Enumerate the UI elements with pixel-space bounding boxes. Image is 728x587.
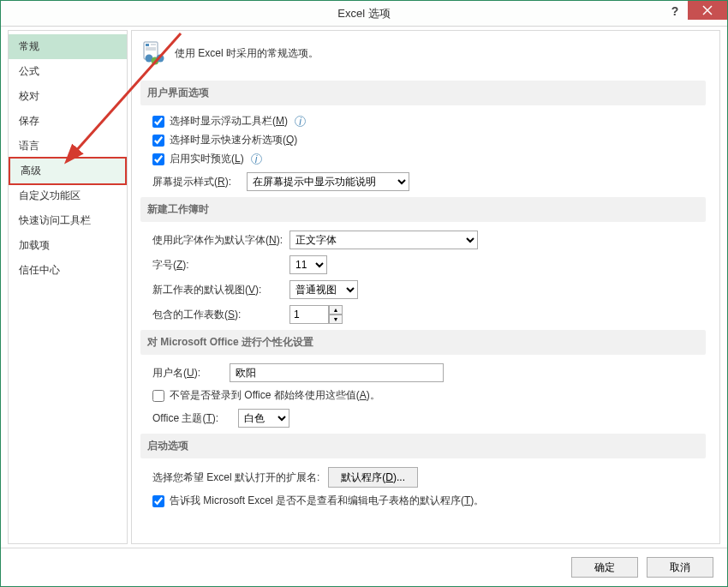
sidebar-item-proofing[interactable]: 校对 bbox=[9, 84, 127, 109]
chk-quick-label: 选择时显示快速分析选项(Q) bbox=[170, 133, 297, 147]
sidebar-item-customize-ribbon[interactable]: 自定义功能区 bbox=[9, 183, 127, 208]
intro: 使用 Excel 时采用的常规选项。 bbox=[140, 38, 706, 75]
cancel-button[interactable]: 取消 bbox=[647, 557, 713, 578]
row-username: 用户名(U): bbox=[152, 363, 706, 382]
row-default-ext: 选择您希望 Excel 默认打开的扩展名: 默认程序(D)... bbox=[152, 467, 706, 488]
window-title: Excel 选项 bbox=[1, 6, 727, 21]
info-icon[interactable]: i bbox=[251, 153, 262, 165]
row-defaultview: 新工作表的默认视图(V): 普通视图 bbox=[152, 280, 706, 299]
chk-always-use[interactable] bbox=[152, 390, 164, 402]
sidebar-item-save[interactable]: 保存 bbox=[9, 109, 127, 134]
theme-select[interactable]: 白色 bbox=[238, 409, 289, 428]
default-programs-button[interactable]: 默认程序(D)... bbox=[328, 467, 418, 488]
sidebar-item-general[interactable]: 常规 bbox=[9, 34, 127, 59]
chk-minitoolbar-label: 选择时显示浮动工具栏(M) bbox=[170, 114, 288, 129]
screentip-select[interactable]: 在屏幕提示中显示功能说明 bbox=[247, 172, 409, 191]
chk-always-use-label: 不管是否登录到 Office 都始终使用这些值(A)。 bbox=[170, 388, 380, 403]
chk-live-preview-label: 启用实时预览(L) bbox=[170, 152, 244, 166]
sidebar-item-language[interactable]: 语言 bbox=[9, 134, 127, 159]
window: Excel 选项 ? 常规 公式 校对 保存 语言 高级 自定义功能区 快速访问… bbox=[0, 0, 728, 587]
section-ui-head: 用户界面选项 bbox=[140, 81, 706, 105]
sidebar-item-advanced[interactable]: 高级 bbox=[9, 157, 127, 185]
footer: 确定 取消 bbox=[1, 548, 727, 586]
row-livepreview: 启用实时预览(L) i bbox=[152, 152, 706, 166]
default-ext-label: 选择您希望 Excel 默认打开的扩展名: bbox=[152, 470, 319, 485]
row-sheets: 包含的工作表数(S): ▲ ▼ bbox=[152, 305, 706, 324]
chk-tell-default[interactable] bbox=[152, 495, 164, 507]
font-label: 使用此字体作为默认字体(N): bbox=[152, 233, 289, 248]
defaultview-label: 新工作表的默认视图(V): bbox=[152, 283, 289, 297]
chk-tell-default-label: 告诉我 Microsoft Excel 是否不是查看和编辑电子表格的默认程序(T… bbox=[170, 494, 484, 508]
main-panel: 使用 Excel 时采用的常规选项。 用户界面选项 选择时显示浮动工具栏(M) … bbox=[131, 30, 720, 544]
section-personal-head: 对 Microsoft Office 进行个性化设置 bbox=[140, 330, 706, 355]
section-startup-head: 启动选项 bbox=[140, 434, 706, 458]
titlebar: Excel 选项 ? bbox=[1, 1, 727, 27]
sheets-spinner: ▲ ▼ bbox=[289, 305, 343, 324]
row-minitoolbar: 选择时显示浮动工具栏(M) i bbox=[152, 114, 706, 129]
row-quick: 选择时显示快速分析选项(Q) bbox=[152, 133, 706, 147]
svg-rect-3 bbox=[146, 44, 149, 46]
font-select[interactable]: 正文字体 bbox=[289, 231, 478, 249]
sidebar-item-quick-access[interactable]: 快速访问工具栏 bbox=[9, 208, 127, 233]
username-label: 用户名(U): bbox=[152, 366, 230, 380]
ok-button[interactable]: 确定 bbox=[571, 557, 638, 578]
fontsize-select[interactable]: 11 bbox=[289, 255, 327, 274]
sheets-input[interactable] bbox=[289, 305, 329, 324]
sidebar-item-trust-center[interactable]: 信任中心 bbox=[9, 258, 127, 283]
titlebar-buttons: ? bbox=[662, 1, 727, 21]
sidebar-item-formulas[interactable]: 公式 bbox=[9, 59, 127, 84]
info-icon[interactable]: i bbox=[295, 116, 306, 127]
help-button[interactable]: ? bbox=[662, 1, 688, 21]
row-font: 使用此字体作为默认字体(N): 正文字体 bbox=[152, 231, 706, 249]
intro-text: 使用 Excel 时采用的常规选项。 bbox=[175, 46, 319, 61]
row-screentip: 屏幕提示样式(R): 在屏幕提示中显示功能说明 bbox=[152, 172, 706, 191]
options-icon bbox=[142, 41, 166, 65]
section-newwb-head: 新建工作簿时 bbox=[140, 197, 706, 222]
row-fontsize: 字号(Z): 11 bbox=[152, 255, 706, 274]
chk-live-preview[interactable] bbox=[152, 153, 164, 165]
username-input[interactable] bbox=[230, 363, 444, 382]
close-icon bbox=[702, 5, 713, 15]
theme-label: Office 主题(T): bbox=[152, 411, 238, 426]
screentip-label: 屏幕提示样式(R): bbox=[152, 175, 247, 189]
close-button[interactable] bbox=[688, 1, 727, 20]
defaultview-select[interactable]: 普通视图 bbox=[289, 280, 358, 299]
main-scroll[interactable]: 使用 Excel 时采用的常规选项。 用户界面选项 选择时显示浮动工具栏(M) … bbox=[140, 38, 711, 536]
chk-quick-analysis[interactable] bbox=[152, 135, 164, 147]
fontsize-label: 字号(Z): bbox=[152, 258, 289, 273]
sidebar-item-addins[interactable]: 加载项 bbox=[9, 233, 127, 258]
row-tell-default: 告诉我 Microsoft Excel 是否不是查看和编辑电子表格的默认程序(T… bbox=[152, 494, 706, 508]
sheets-label: 包含的工作表数(S): bbox=[152, 308, 289, 322]
sidebar: 常规 公式 校对 保存 语言 高级 自定义功能区 快速访问工具栏 加载项 信任中… bbox=[8, 30, 128, 544]
row-always-use: 不管是否登录到 Office 都始终使用这些值(A)。 bbox=[152, 388, 706, 403]
row-theme: Office 主题(T): 白色 bbox=[152, 409, 706, 428]
sheets-down[interactable]: ▼ bbox=[329, 314, 343, 324]
chk-minitoolbar[interactable] bbox=[152, 116, 164, 128]
sheets-up[interactable]: ▲ bbox=[329, 305, 343, 314]
body: 常规 公式 校对 保存 语言 高级 自定义功能区 快速访问工具栏 加载项 信任中… bbox=[1, 27, 727, 548]
svg-point-9 bbox=[157, 55, 164, 63]
